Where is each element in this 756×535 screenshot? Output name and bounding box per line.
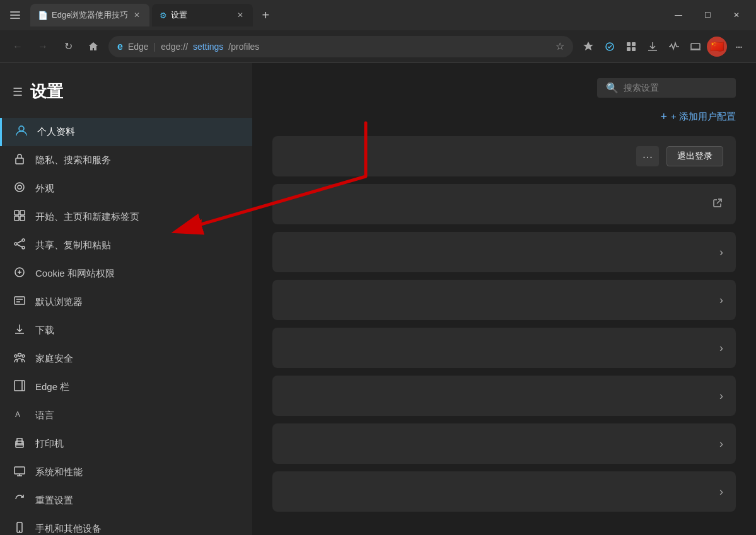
chevron-right-icon-7[interactable]: › — [719, 437, 723, 451]
profile-icon[interactable]: 🇨🇳 — [707, 37, 727, 57]
window-controls: — ☐ ✕ — [664, 5, 751, 25]
svg-rect-5 — [632, 42, 636, 46]
sidebar-item-cookies[interactable]: Cookie 和网站权限 — [0, 260, 252, 288]
main-content: ☰ 设置 个人资料 隐私、搜索和服务 外观 开始、主页和新 — [0, 63, 756, 535]
chevron-right-icon-6[interactable]: › — [719, 389, 723, 403]
start-nav-icon — [13, 209, 26, 225]
chevron-right-icon-8[interactable]: › — [719, 485, 723, 498]
minimize-button[interactable]: — — [664, 5, 693, 25]
laptop-icon[interactable] — [685, 37, 706, 57]
chevron-right-icon-5[interactable]: › — [719, 342, 723, 355]
sidebar-item-edgebar[interactable]: Edge 栏 — [0, 373, 252, 401]
mobile-nav-icon — [13, 521, 26, 535]
svg-point-25 — [15, 355, 17, 357]
sidebar-item-system[interactable]: 系统和性能 — [0, 458, 252, 486]
search-container: 🔍 搜索设置 — [272, 78, 736, 98]
sidebar-item-reset[interactable]: 重置设置 — [0, 486, 252, 515]
sidebar-item-share[interactable]: 共享、复制和粘贴 — [0, 231, 252, 260]
sidebar-item-label-mobile: 手机和其他设备 — [35, 523, 102, 535]
sidebar-item-mobile[interactable]: 手机和其他设备 — [0, 515, 252, 535]
svg-point-17 — [22, 239, 25, 241]
forward-button[interactable]: → — [33, 37, 53, 57]
svg-point-11 — [15, 183, 24, 192]
appearance-nav-icon — [13, 181, 26, 197]
sidebar-item-label-language: 语言 — [35, 410, 54, 422]
svg-rect-10 — [16, 158, 23, 164]
heartrate-icon[interactable] — [664, 37, 684, 57]
address-edge-label: Edge — [128, 42, 149, 52]
sidebar-item-label-profile: 个人资料 — [37, 126, 75, 138]
svg-rect-23 — [15, 297, 25, 304]
sidebar-item-label-family: 家庭安全 — [35, 353, 73, 365]
sidebar-item-label-edgebar: Edge 栏 — [35, 381, 69, 393]
card-dots-button[interactable]: ··· — [636, 146, 659, 166]
add-user-label: + 添加用户配置 — [671, 111, 736, 123]
svg-text:A: A — [15, 410, 20, 419]
card-7: › — [272, 423, 736, 464]
edgebar-nav-icon — [13, 379, 26, 395]
downloads-icon[interactable] — [643, 37, 663, 57]
sidebar-title: 设置 — [30, 81, 63, 103]
svg-point-12 — [18, 185, 21, 189]
svg-rect-7 — [632, 47, 636, 51]
sidebar-item-label-cookies: Cookie 和网站权限 — [35, 268, 115, 280]
copilot-icon[interactable] — [600, 37, 620, 57]
chevron-right-icon-3[interactable]: › — [719, 246, 723, 259]
reset-nav-icon — [13, 493, 26, 509]
cookies-nav-icon — [13, 266, 26, 282]
family-nav-icon — [13, 351, 26, 367]
back-button[interactable]: ← — [8, 37, 28, 57]
downloads-nav-icon — [13, 323, 26, 338]
home-button[interactable] — [83, 37, 103, 57]
chevron-right-icon-4[interactable]: › — [719, 294, 723, 307]
card-actions-1: ··· 退出登录 — [636, 146, 723, 166]
default-nav-icon — [13, 294, 26, 310]
svg-point-18 — [15, 243, 17, 245]
tab-inactive[interactable]: 📄 Edge浏览器使用技巧 ✕ — [30, 4, 149, 26]
tab-inactive-label: Edge浏览器使用技巧 — [52, 9, 128, 21]
sidebar-item-appearance[interactable]: 外观 — [0, 175, 252, 203]
external-link-icon[interactable] — [712, 197, 723, 212]
svg-rect-8 — [691, 43, 700, 49]
svg-rect-16 — [20, 216, 25, 221]
refresh-button[interactable]: ↻ — [58, 37, 78, 57]
address-field[interactable]: e Edge | edge://settings/profiles ☆ — [108, 36, 573, 57]
tab-active[interactable]: ⚙ 设置 ✕ — [152, 4, 253, 26]
sidebar-item-privacy[interactable]: 隐私、搜索和服务 — [0, 146, 252, 175]
maximize-button[interactable]: ☐ — [693, 5, 722, 25]
profile-card: ··· 退出登录 — [272, 136, 736, 176]
svg-rect-1 — [10, 14, 20, 16]
search-placeholder: 搜索设置 — [624, 83, 659, 94]
card-6: › — [272, 376, 736, 416]
close-button[interactable]: ✕ — [722, 5, 751, 25]
collections-icon[interactable] — [621, 37, 641, 57]
tab-active-close[interactable]: ✕ — [235, 10, 245, 20]
favorites-icon[interactable] — [578, 37, 598, 57]
logout-button[interactable]: 退出登录 — [666, 146, 723, 166]
more-button[interactable]: ··· — [728, 37, 748, 57]
sidebar-item-start[interactable]: 开始、主页和新建标签页 — [0, 203, 252, 231]
svg-rect-13 — [15, 210, 19, 215]
sidebar-item-profile[interactable]: 个人资料 — [0, 118, 252, 146]
card-4: › — [272, 280, 736, 320]
svg-rect-2 — [10, 18, 20, 19]
card-5: › — [272, 328, 736, 368]
new-tab-button[interactable]: + — [255, 5, 276, 25]
sidebar-item-label-privacy: 隐私、搜索和服务 — [35, 154, 111, 166]
address-favorites-icon[interactable]: ☆ — [555, 40, 564, 52]
tab-inactive-close[interactable]: ✕ — [132, 10, 142, 20]
sidebar-item-downloads[interactable]: 下载 — [0, 316, 252, 345]
search-field[interactable]: 🔍 搜索设置 — [597, 78, 736, 98]
sidebar-menu-icon[interactable]: ☰ — [13, 85, 23, 99]
sidebar-item-label-share: 共享、复制和粘贴 — [35, 239, 111, 251]
svg-rect-32 — [15, 467, 25, 474]
titlebar: 📄 Edge浏览器使用技巧 ✕ ⚙ 设置 ✕ + — ☐ ✕ — [0, 0, 756, 30]
sidebar-item-printer[interactable]: 打印机 — [0, 430, 252, 458]
add-user-button[interactable]: + + 添加用户配置 — [661, 110, 736, 124]
sidebar-item-family[interactable]: 家庭安全 — [0, 345, 252, 373]
sidebar-item-default[interactable]: 默认浏览器 — [0, 288, 252, 316]
sidebar-item-language[interactable]: A 语言 — [0, 401, 252, 430]
tab-active-label: 设置 — [171, 9, 187, 21]
svg-rect-14 — [20, 210, 25, 215]
sidebar-toggle-icon[interactable] — [5, 5, 25, 25]
